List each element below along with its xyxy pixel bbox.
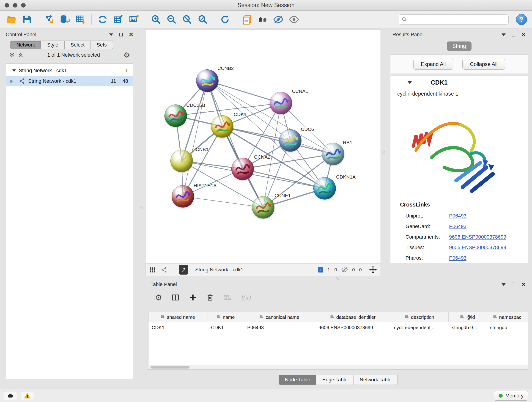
table-cell[interactable]: cyclin-dependent ... xyxy=(391,322,449,333)
export-table-button[interactable] xyxy=(112,13,125,26)
tree-caret-icon[interactable] xyxy=(12,70,16,72)
tab-node-table[interactable]: Node Table xyxy=(279,375,317,385)
minimize-window-button[interactable] xyxy=(13,3,17,7)
hide-selected-button[interactable] xyxy=(272,13,285,26)
splitter-handle[interactable] xyxy=(140,206,143,209)
entry-collapse-icon[interactable] xyxy=(407,81,412,84)
table-row[interactable]: CDK1CDK1P064939606.ENSP00000378699cyclin… xyxy=(148,322,528,333)
add-column-plus-icon[interactable] xyxy=(189,294,197,301)
network-node-cdkn1a[interactable] xyxy=(313,177,336,200)
houses-button[interactable] xyxy=(256,13,269,26)
network-from-selection-button[interactable] xyxy=(96,13,109,26)
import-network-file-button[interactable] xyxy=(43,13,56,26)
show-columns-icon[interactable] xyxy=(172,294,179,301)
network-node-cdc25b[interactable] xyxy=(165,104,187,127)
gear-icon[interactable]: ⚙ xyxy=(123,51,130,59)
float-panel-icon[interactable] xyxy=(119,33,123,36)
column-header-database-identifier[interactable]: database identifier xyxy=(315,312,391,322)
collapse-panel-icon[interactable] xyxy=(501,283,506,286)
network-node-ccnb2[interactable] xyxy=(196,70,219,92)
table-cell[interactable]: 9606.ENSP00000378699 xyxy=(315,322,391,333)
help-button[interactable]: ? xyxy=(516,14,527,25)
import-table-button[interactable] xyxy=(74,13,87,26)
refresh-view-button[interactable] xyxy=(219,13,231,26)
network-node-cdk1[interactable] xyxy=(211,115,234,138)
share-network-icon[interactable] xyxy=(161,267,167,273)
documents-button[interactable] xyxy=(241,13,254,26)
close-panel-icon[interactable]: ✕ xyxy=(521,32,526,37)
zoom-fit-button[interactable] xyxy=(181,13,194,26)
expand-all-chevrons-icon[interactable] xyxy=(9,52,15,58)
close-panel-icon[interactable]: ✕ xyxy=(129,32,133,37)
network-node-ccne1[interactable] xyxy=(252,196,274,219)
network-collection-row[interactable]: String Network - cdk1 1 xyxy=(6,65,133,76)
column-header-shared-name[interactable]: shared name xyxy=(148,312,208,322)
memory-button[interactable]: Memory xyxy=(494,391,528,401)
table-cell[interactable]: P06493 xyxy=(244,322,315,333)
float-panel-icon[interactable] xyxy=(512,283,515,286)
search-box[interactable] xyxy=(399,14,509,25)
cloud-button[interactable] xyxy=(4,391,17,400)
network-node-ccna2[interactable] xyxy=(231,158,254,180)
window-controls[interactable] xyxy=(5,3,26,7)
column-header--id[interactable]: @id xyxy=(449,312,487,322)
collapse-all-button[interactable]: Collapse All xyxy=(462,59,505,70)
crosslink-link[interactable]: 9606.ENSP00000378699 xyxy=(449,234,506,240)
float-panel-icon[interactable] xyxy=(512,33,515,36)
table-horizontal-scrollbar[interactable] xyxy=(149,365,528,369)
table-cell[interactable]: CDK1 xyxy=(148,322,208,333)
selected-checkbox-icon[interactable]: ✓ xyxy=(318,267,323,273)
tab-network[interactable]: Network xyxy=(10,41,41,49)
open-in-new-window-button[interactable]: ↗ xyxy=(179,265,188,274)
tab-edge-table[interactable]: Edge Table xyxy=(317,375,354,385)
column-header-namespac[interactable]: namespac xyxy=(487,312,528,322)
tab-style[interactable]: Style xyxy=(41,41,65,49)
tab-sets[interactable]: Sets xyxy=(91,41,113,49)
export-image-button[interactable] xyxy=(127,13,140,26)
column-header-description[interactable]: description xyxy=(391,312,449,322)
show-selected-button[interactable] xyxy=(288,13,300,26)
zoom-in-button[interactable] xyxy=(150,13,162,26)
crosslink-link[interactable]: P06493 xyxy=(449,223,467,230)
table-cell[interactable]: CDK1 xyxy=(208,322,244,333)
pan-crosshair-icon[interactable] xyxy=(369,266,377,274)
crosslink-link[interactable]: 9606.ENSP00000378699 xyxy=(449,245,506,250)
crosslink-link[interactable]: P06493 xyxy=(449,255,467,261)
zoom-out-button[interactable] xyxy=(165,13,178,26)
column-header-canonical-name[interactable]: canonical name xyxy=(244,312,315,322)
network-edge[interactable] xyxy=(183,81,207,196)
network-row-selected[interactable]: String Network - cdk1 11 48 xyxy=(6,76,133,86)
tab-network-table[interactable]: Network Table xyxy=(354,375,398,385)
network-node-ccna1[interactable] xyxy=(270,92,292,114)
delete-column-trash-icon[interactable] xyxy=(206,294,214,301)
collapse-all-chevrons-icon[interactable] xyxy=(18,52,24,58)
splitter-handle[interactable] xyxy=(382,151,385,154)
import-network-database-button[interactable] xyxy=(58,13,71,26)
collapse-panel-icon[interactable] xyxy=(501,33,506,36)
close-window-button[interactable] xyxy=(5,3,9,7)
expand-all-button[interactable]: Expand All xyxy=(413,59,453,70)
crosslink-link[interactable]: P06493 xyxy=(449,213,467,219)
column-header-name[interactable]: name xyxy=(208,312,244,322)
network-canvas[interactable]: CCNB2 CCNA1 CDC25B CDK1 CDC6 RB1CCNB1 CC… xyxy=(145,30,381,263)
gene-entry-header[interactable]: CDK1 xyxy=(390,76,528,89)
table-cell[interactable]: stringdb:9... xyxy=(449,322,487,333)
network-node-cdc6[interactable] xyxy=(279,129,302,152)
table-cell[interactable]: stringdb xyxy=(487,322,528,333)
network-node-hist1h1a[interactable] xyxy=(172,185,194,208)
network-node-ccnb1[interactable] xyxy=(171,150,193,172)
search-input[interactable] xyxy=(409,17,506,22)
zoom-selected-button[interactable] xyxy=(196,13,209,26)
zoom-window-button[interactable] xyxy=(21,3,26,7)
close-panel-icon[interactable]: ✕ xyxy=(521,282,526,287)
table-settings-gear-icon[interactable]: ⚙ xyxy=(155,294,162,301)
open-session-button[interactable] xyxy=(5,13,18,26)
network-node-rb1[interactable] xyxy=(322,143,344,165)
warning-button[interactable] xyxy=(21,391,34,400)
string-tab[interactable]: String xyxy=(447,41,472,51)
birds-eye-grid-icon[interactable] xyxy=(149,267,156,273)
save-session-button[interactable] xyxy=(21,13,33,26)
network-edge[interactable] xyxy=(183,196,263,207)
network-edge[interactable] xyxy=(222,127,333,154)
scrollbar-thumb[interactable] xyxy=(151,366,190,369)
